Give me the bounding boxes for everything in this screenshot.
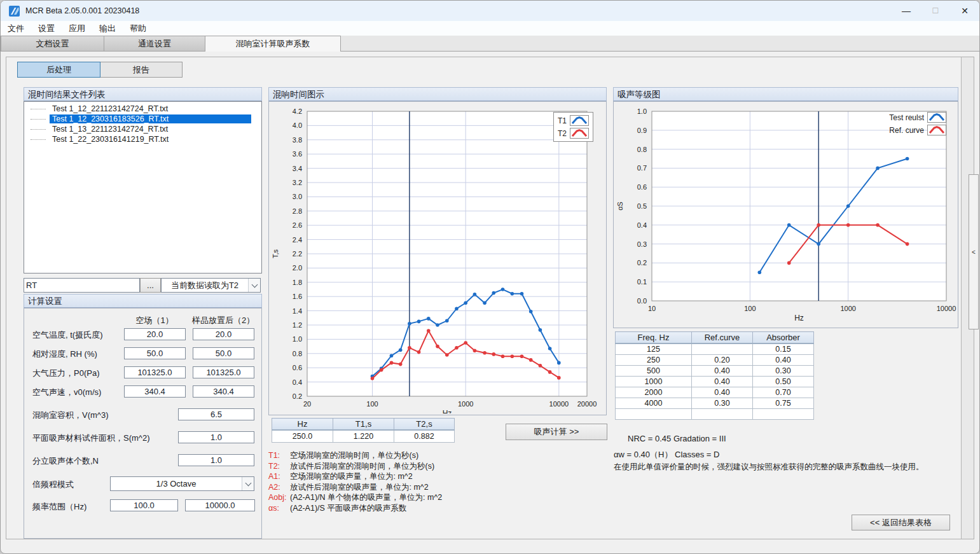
legend-label: T2 [558,129,567,138]
table-row: 2500.200.40 [616,354,814,365]
calc-row-label: 分立吸声体个数,N [32,455,99,467]
svg-text:1.4: 1.4 [293,307,302,315]
freq-range-label: 频率范围（Hz) [32,501,86,513]
tab-混响室计算吸声系数[interactable]: 混响室计算吸声系数 [205,36,341,52]
svg-text:2.2: 2.2 [293,250,302,258]
calc-input-with-sample[interactable] [193,385,254,398]
calc-input-single[interactable] [178,431,254,443]
svg-text:αS: αS [616,202,624,211]
definition-key: Aobj: [268,492,290,503]
svg-text:1.6: 1.6 [293,293,302,300]
data-read-combo[interactable]: 当前数据读取为T2 [161,278,261,293]
svg-text:3.4: 3.4 [293,165,302,172]
legend-label: Test reulst [889,113,924,122]
curve-glyph-icon [927,112,946,123]
alphaw-result: αw = 0.40（H） Classes = D [614,449,719,461]
file-list-item[interactable]: Test 1_12_221123142724_RT.txt [24,104,261,114]
table-cell: 0.882 [394,430,455,442]
table-cell [616,408,692,419]
legend-item-Test reulst: Test reulst [889,112,946,123]
legend-label: T1 [558,116,567,125]
calc-row-label: 空气声速，v0(m/s) [32,387,101,398]
svg-text:4.2: 4.2 [293,107,302,115]
curve-glyph-icon [570,128,589,139]
definition-key: T1: [268,450,290,461]
file-list-item[interactable]: Test 1_12_230316183526_RT.txt [24,114,261,124]
rating-table-body: 1250.152500.200.405000.400.3010000.400.5… [616,343,814,419]
table-row: 1250.15 [616,343,814,354]
octave-mode-combo[interactable]: 1/3 Octave [110,476,254,491]
rt-name-input[interactable] [24,278,140,293]
freq-max-input[interactable] [185,499,255,511]
absorb-calc-button[interactable]: 吸声计算 >> [506,424,607,440]
browse-button[interactable]: ... [140,278,161,293]
chevron-down-icon[interactable] [242,477,254,490]
definition-text: (A2-A1)/N 单个物体的吸声量，单位为: m^2 [290,493,442,502]
calc-input-with-sample[interactable] [193,328,254,340]
main-tab-strip: 文档设置通道设置混响室计算吸声系数 [1,36,979,52]
rating-table-head: Freq. HzRef.curveAbsorber [616,332,814,344]
table-row [616,408,814,419]
svg-text:1.0: 1.0 [637,107,647,115]
freq-min-input[interactable] [110,499,178,511]
calc-input-empty-room[interactable] [124,347,186,359]
table-header-row: Freq. HzRef.curveAbsorber [616,332,814,344]
return-results-button[interactable]: << 返回结果表格 [852,515,950,530]
maximize-icon[interactable]: ☐ [921,1,950,21]
table-cell: 0.70 [753,387,814,398]
legend-label: Ref. curve [889,126,924,135]
calc-input-with-sample[interactable] [193,366,254,378]
minimize-icon[interactable]: — [892,1,921,21]
calc-input-with-sample[interactable] [193,347,254,359]
table-header-row: HzT1,sT2,s [272,419,455,431]
definition-key: αs: [268,503,290,514]
calc-input-single[interactable] [178,408,254,420]
table-row: 10000.400.50 [616,376,814,387]
tab-文档设置[interactable]: 文档设置 [1,36,104,51]
calc-input-empty-room[interactable] [124,328,186,340]
table-header-cell: Hz [272,419,333,431]
menu-item-输出[interactable]: 输出 [92,22,123,36]
menu-item-文件[interactable]: 文件 [1,22,31,36]
calc-input-single[interactable] [178,454,254,466]
subtab-后处理[interactable]: 后处理 [17,62,100,78]
svg-text:0.2: 0.2 [293,392,302,400]
rt-chart-caption: 混响时间图示 [268,87,607,101]
menu-item-设置[interactable]: 设置 [31,22,62,36]
svg-text:100: 100 [366,400,378,408]
menu-item-帮助[interactable]: 帮助 [123,22,153,36]
calc-row-label: 混响室容积，V(m^3) [32,410,109,421]
app-icon [9,6,20,17]
legend-item-T1: T1 [558,115,589,126]
subtab-报告[interactable]: 报告 [100,62,183,78]
file-name: Test 1_12_221123142724_RT.txt [50,104,251,113]
tab-通道设置[interactable]: 通道设置 [104,36,205,51]
data-read-combo-value: 当前数据读取为T2 [162,280,248,291]
menu-item-应用[interactable]: 应用 [62,22,92,36]
title-bar: MCR Beta 2.05.0.001 20230418 — ☐ ✕ [1,1,979,21]
calc-input-empty-room[interactable] [124,366,186,378]
table-cell: 500 [616,365,692,376]
table-header-cell: Absorber [753,332,814,344]
rt-chart[interactable]: T1T2 0.20.40.60.81.01.21.41.61.82.02.22.… [268,101,607,415]
file-list-item[interactable]: Test 1_22_230316141219_RT.txt [24,134,261,144]
svg-text:T,s: T,s [272,249,279,258]
table-cell: 0.15 [753,343,814,354]
definition-text: (A2-A1)/S 平面吸声体的吸声系数 [290,504,406,513]
svg-text:3.0: 3.0 [293,193,302,200]
svg-text:4.0: 4.0 [293,121,302,129]
rating-chart[interactable]: Test reulstRef. curve 0.00.10.20.30.40.5… [613,101,958,328]
tree-guide [31,109,46,109]
file-list-item[interactable]: Test 1_13_221123142724_RT.txt [24,124,261,134]
svg-text:3.8: 3.8 [293,136,302,144]
window-title: MCR Beta 2.05.0.001 20230418 [25,6,139,15]
svg-text:0.2: 0.2 [637,259,647,267]
rt-table-head: HzT1,sT2,s [272,419,455,431]
svg-text:3.6: 3.6 [293,150,302,158]
panel-collapse-handle[interactable]: < [969,174,979,329]
close-icon[interactable]: ✕ [950,1,979,21]
calc-input-empty-room[interactable] [124,385,186,398]
chevron-down-icon[interactable] [248,279,260,292]
svg-text:0.8: 0.8 [637,146,647,153]
svg-text:20: 20 [303,400,311,408]
